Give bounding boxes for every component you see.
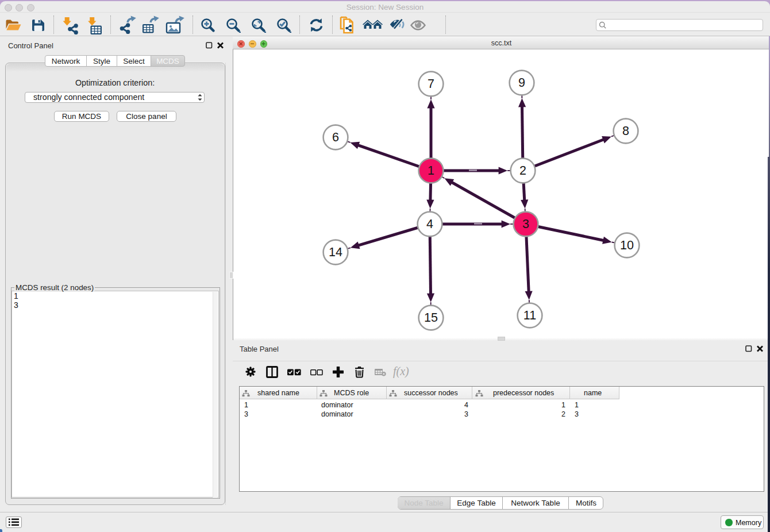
svg-text:8: 8 [622, 124, 629, 138]
svg-text:11: 11 [523, 309, 536, 322]
svg-text:1: 1 [428, 164, 434, 178]
svg-text:3: 3 [522, 217, 529, 231]
svg-text:4: 4 [426, 217, 433, 231]
svg-text:7: 7 [428, 77, 434, 91]
svg-text:9: 9 [518, 76, 525, 90]
svg-text:14: 14 [329, 245, 342, 259]
svg-text:6: 6 [332, 130, 339, 144]
svg-text:10: 10 [620, 238, 634, 252]
svg-text:2: 2 [519, 164, 526, 178]
svg-text:15: 15 [424, 311, 438, 325]
